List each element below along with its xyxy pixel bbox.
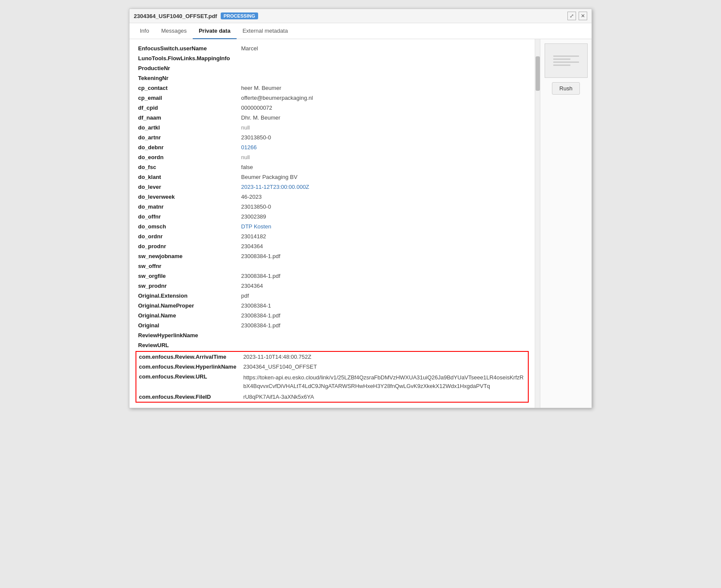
table-row: TekeningNr [136, 73, 529, 83]
table-row: do_matnr23013850-0 [136, 202, 529, 212]
preview-lines [553, 55, 579, 66]
highlight-row-key: com.enfocus.Review.URL [136, 372, 240, 392]
table-row: sw_prodnr2304364 [136, 281, 529, 291]
row-value [239, 261, 529, 271]
row-value: 0000000072 [239, 103, 529, 113]
table-row: sw_offnr [136, 261, 529, 271]
row-key: cp_contact [136, 83, 239, 93]
table-row: do_artnr23013850-0 [136, 132, 529, 142]
row-value: Dhr. M. Beumer [239, 113, 529, 123]
table-row: do_omschDTP Kosten [136, 222, 529, 231]
row-value: 01266 [239, 142, 529, 152]
table-row: do_offnr23002389 [136, 212, 529, 222]
table-row: df_cpid0000000072 [136, 103, 529, 113]
highlight-row-value: 2023-11-10T14:48:00.752Z [240, 351, 528, 362]
table-row: LunoTools.FlowLinks.MappingInfo [136, 53, 529, 63]
table-row: do_prodnr2304364 [136, 241, 529, 251]
row-value: 2304364 [239, 241, 529, 251]
row-value: 23008384-1.pdf [239, 320, 529, 330]
row-key: do_omsch [136, 222, 239, 231]
row-value: heer M. Beumer [239, 83, 529, 93]
row-key: do_artnr [136, 132, 239, 142]
row-value: pdf [239, 291, 529, 301]
row-key: df_cpid [136, 103, 239, 113]
rush-button[interactable]: Rush [552, 82, 579, 95]
scrollbar-thumb[interactable] [536, 56, 540, 91]
highlight-row-key: com.enfocus.Review.ArrivalTime [136, 351, 240, 362]
highlight-row: com.enfocus.Review.URLhttps://token-api.… [136, 372, 528, 392]
row-value: false [239, 162, 529, 172]
row-value: 23014182 [239, 231, 529, 241]
table-row: EnfocusSwitch.userNameMarcel [136, 43, 529, 53]
highlight-row: com.enfocus.Review.HyperlinkName2304364_… [136, 362, 528, 372]
row-key: sw_newjobname [136, 251, 239, 261]
tab-private-data[interactable]: Private data [193, 23, 237, 39]
resize-button[interactable]: ⤢ [567, 12, 576, 20]
right-panel: Rush [540, 39, 592, 408]
table-row: cp_contactheer M. Beumer [136, 83, 529, 93]
main-panel[interactable]: EnfocusSwitch.userNameMarcelLunoTools.Fl… [129, 39, 535, 408]
table-row: do_lever2023-11-12T23:00:00.000Z [136, 182, 529, 192]
row-key: ProductieNr [136, 63, 239, 73]
row-value: DTP Kosten [239, 222, 529, 231]
row-key: Original.NameProper [136, 301, 239, 311]
tab-external-metadata[interactable]: External metadata [237, 23, 294, 39]
row-key: sw_offnr [136, 261, 239, 271]
row-key: LunoTools.FlowLinks.MappingInfo [136, 53, 239, 63]
highlight-row: com.enfocus.Review.FileIDrU8qPK7Aif1A-3a… [136, 392, 528, 402]
table-row: df_naamDhr. M. Beumer [136, 113, 529, 123]
row-key: do_offnr [136, 212, 239, 222]
row-value: 2304364 [239, 281, 529, 291]
table-row: do_leverweek46-2023 [136, 192, 529, 202]
table-row: do_artklnull [136, 123, 529, 132]
window-controls: ⤢ ✕ [567, 12, 587, 20]
row-key: Original.Extension [136, 291, 239, 301]
row-value: Marcel [239, 43, 529, 53]
row-key: Original.Name [136, 311, 239, 320]
table-row: Original.NameProper23008384-1 [136, 301, 529, 311]
main-window: 2304364_USF1040_OFFSET.pdf PROCESSING ⤢ … [129, 9, 592, 408]
row-value: 23008384-1.pdf [239, 251, 529, 261]
row-value [239, 330, 529, 340]
row-key: do_artkl [136, 123, 239, 132]
row-key: do_leverweek [136, 192, 239, 202]
scrollbar[interactable] [535, 39, 540, 408]
close-button[interactable]: ✕ [579, 12, 587, 20]
highlight-row-value: rU8qPK7Aif1A-3aXNk5x6YA [240, 392, 528, 402]
content-area: EnfocusSwitch.userNameMarcelLunoTools.Fl… [129, 39, 592, 408]
row-value: 23013850-0 [239, 202, 529, 212]
table-row: do_eordnnull [136, 152, 529, 162]
row-value: 23008384-1.pdf [239, 311, 529, 320]
row-key: sw_prodnr [136, 281, 239, 291]
status-badge: PROCESSING [221, 12, 258, 19]
table-row: cp_emailofferte@beumerpackaging.nl [136, 93, 529, 103]
title-bar: 2304364_USF1040_OFFSET.pdf PROCESSING ⤢ … [129, 9, 592, 23]
table-row: do_klantBeumer Packaging BV [136, 172, 529, 182]
preview-line-2 [553, 58, 570, 60]
row-value: 2023-11-12T23:00:00.000Z [239, 182, 529, 192]
row-value: 46-2023 [239, 192, 529, 202]
table-row: Original23008384-1.pdf [136, 320, 529, 330]
row-value [239, 53, 529, 63]
document-preview [545, 43, 588, 78]
row-value: Beumer Packaging BV [239, 172, 529, 182]
row-value [239, 73, 529, 83]
data-table: EnfocusSwitch.userNameMarcelLunoTools.Fl… [136, 43, 529, 350]
row-key: Original [136, 320, 239, 330]
row-value: null [239, 123, 529, 132]
row-key: do_klant [136, 172, 239, 182]
row-key: do_lever [136, 182, 239, 192]
row-value: offerte@beumerpackaging.nl [239, 93, 529, 103]
table-row: do_debnr01266 [136, 142, 529, 152]
tab-messages[interactable]: Messages [155, 23, 193, 39]
row-value: 23013850-0 [239, 132, 529, 142]
row-key: TekeningNr [136, 73, 239, 83]
tab-info[interactable]: Info [134, 23, 155, 39]
highlight-row-value: https://token-api.eu.esko.cloud/link/v1/… [240, 372, 528, 392]
preview-line-3 [553, 62, 579, 63]
row-value: 23008384-1 [239, 301, 529, 311]
row-key: do_ordnr [136, 231, 239, 241]
table-row: sw_newjobname23008384-1.pdf [136, 251, 529, 261]
row-key: cp_email [136, 93, 239, 103]
highlighted-table: com.enfocus.Review.ArrivalTime2023-11-10… [136, 351, 529, 403]
